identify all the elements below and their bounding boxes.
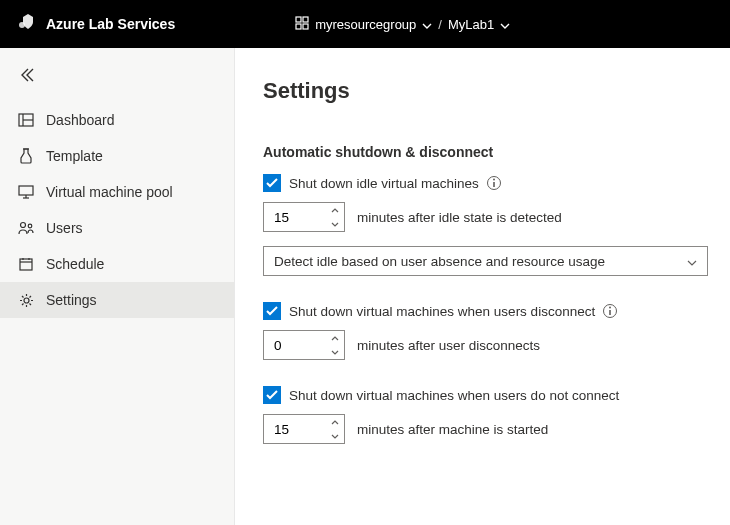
svg-point-19	[493, 179, 495, 181]
sidebar: Dashboard Template Virtual machine pool …	[0, 48, 235, 525]
disconnect-helper: minutes after user disconnects	[357, 338, 540, 353]
collapse-sidebar-button[interactable]	[0, 60, 234, 102]
noconnect-group: Shut down virtual machines when users do…	[263, 386, 702, 444]
sidebar-item-label: Schedule	[46, 256, 104, 272]
noconnect-minutes-up[interactable]	[326, 415, 344, 429]
resource-group-icon	[295, 16, 309, 33]
chevron-down-icon	[500, 17, 510, 32]
sidebar-item-dashboard[interactable]: Dashboard	[0, 102, 234, 138]
svg-point-12	[21, 223, 26, 228]
noconnect-helper: minutes after machine is started	[357, 422, 548, 437]
svg-point-18	[24, 298, 29, 303]
app-logo[interactable]: Azure Lab Services	[18, 14, 175, 34]
idle-minutes-down[interactable]	[326, 217, 344, 231]
gear-icon	[18, 292, 34, 308]
idle-checkbox[interactable]	[263, 174, 281, 192]
noconnect-minutes-down[interactable]	[326, 429, 344, 443]
chevron-down-icon	[422, 17, 432, 32]
svg-point-13	[28, 224, 32, 228]
disconnect-minutes-down[interactable]	[326, 345, 344, 359]
users-icon	[18, 220, 34, 236]
svg-rect-22	[609, 310, 611, 315]
svg-rect-14	[20, 259, 32, 270]
sidebar-item-label: Template	[46, 148, 103, 164]
svg-rect-3	[296, 24, 301, 29]
info-icon[interactable]	[487, 176, 501, 190]
dashboard-icon	[18, 112, 34, 128]
content-area: Settings Automatic shutdown & disconnect…	[235, 48, 730, 525]
svg-point-21	[609, 307, 611, 309]
idle-dropdown-value: Detect idle based on user absence and re…	[274, 254, 605, 269]
svg-rect-9	[19, 186, 33, 195]
sidebar-item-label: Users	[46, 220, 83, 236]
info-icon[interactable]	[603, 304, 617, 318]
page-title: Settings	[263, 78, 702, 104]
noconnect-checkbox-label: Shut down virtual machines when users do…	[289, 388, 619, 403]
template-icon	[18, 148, 34, 164]
disconnect-checkbox-label: Shut down virtual machines when users di…	[289, 304, 595, 319]
app-name: Azure Lab Services	[46, 16, 175, 32]
disconnect-minutes-up[interactable]	[326, 331, 344, 345]
idle-group: Shut down idle virtual machines minutes …	[263, 174, 702, 276]
chevron-down-icon	[687, 252, 697, 270]
sidebar-item-settings[interactable]: Settings	[0, 282, 234, 318]
breadcrumb-resource-group[interactable]: myresourcegroup	[315, 17, 432, 32]
monitor-icon	[18, 184, 34, 200]
svg-point-0	[19, 22, 25, 28]
idle-helper: minutes after idle state is detected	[357, 210, 562, 225]
svg-rect-20	[493, 182, 495, 187]
lab-label: MyLab1	[448, 17, 494, 32]
sidebar-item-schedule[interactable]: Schedule	[0, 246, 234, 282]
svg-rect-2	[303, 17, 308, 22]
sidebar-item-vmpool[interactable]: Virtual machine pool	[0, 174, 234, 210]
svg-rect-1	[296, 17, 301, 22]
breadcrumb-lab[interactable]: MyLab1	[448, 17, 510, 32]
calendar-icon	[18, 256, 34, 272]
top-bar: Azure Lab Services myresourcegroup / MyL…	[0, 0, 730, 48]
breadcrumb: myresourcegroup / MyLab1	[295, 16, 510, 33]
azure-icon	[18, 14, 38, 34]
svg-rect-4	[303, 24, 308, 29]
sidebar-item-label: Virtual machine pool	[46, 184, 173, 200]
sidebar-item-users[interactable]: Users	[0, 210, 234, 246]
idle-detection-dropdown[interactable]: Detect idle based on user absence and re…	[263, 246, 708, 276]
breadcrumb-separator: /	[438, 17, 442, 32]
sidebar-item-label: Dashboard	[46, 112, 115, 128]
noconnect-checkbox[interactable]	[263, 386, 281, 404]
idle-minutes-up[interactable]	[326, 203, 344, 217]
idle-checkbox-label: Shut down idle virtual machines	[289, 176, 479, 191]
resource-group-label: myresourcegroup	[315, 17, 416, 32]
disconnect-checkbox[interactable]	[263, 302, 281, 320]
sidebar-item-template[interactable]: Template	[0, 138, 234, 174]
sidebar-item-label: Settings	[46, 292, 97, 308]
section-title: Automatic shutdown & disconnect	[263, 144, 702, 160]
disconnect-group: Shut down virtual machines when users di…	[263, 302, 702, 360]
